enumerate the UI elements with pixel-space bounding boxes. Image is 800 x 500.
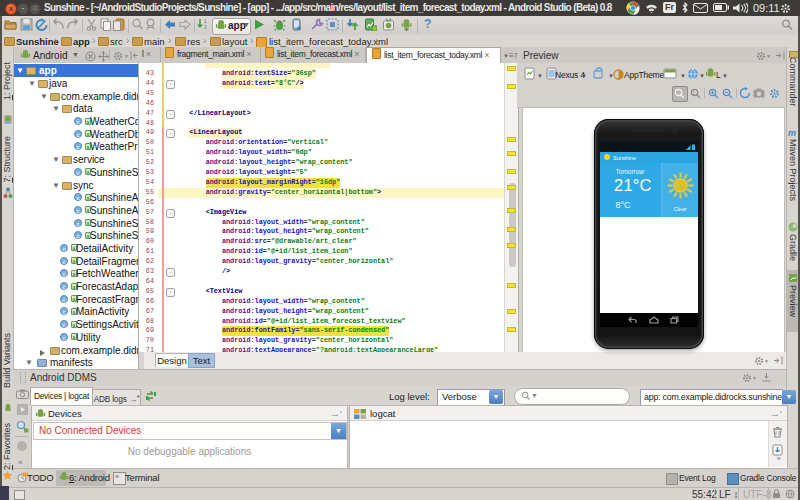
svg-text:1: 1 bbox=[692, 90, 695, 96]
svg-text:2: 2 bbox=[204, 24, 207, 30]
